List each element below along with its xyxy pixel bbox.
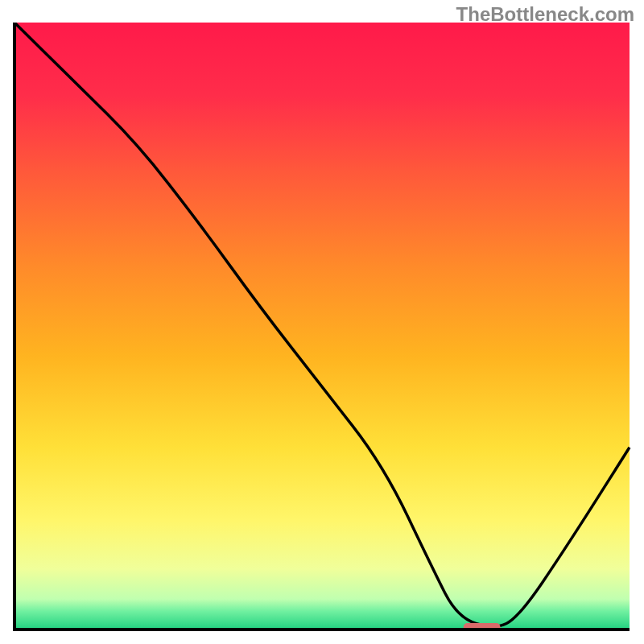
- watermark-text: TheBottleneck.com: [456, 3, 634, 26]
- chart-svg: [13, 23, 631, 631]
- chart-container: TheBottleneck.com: [0, 0, 644, 644]
- plot-area: [13, 23, 631, 631]
